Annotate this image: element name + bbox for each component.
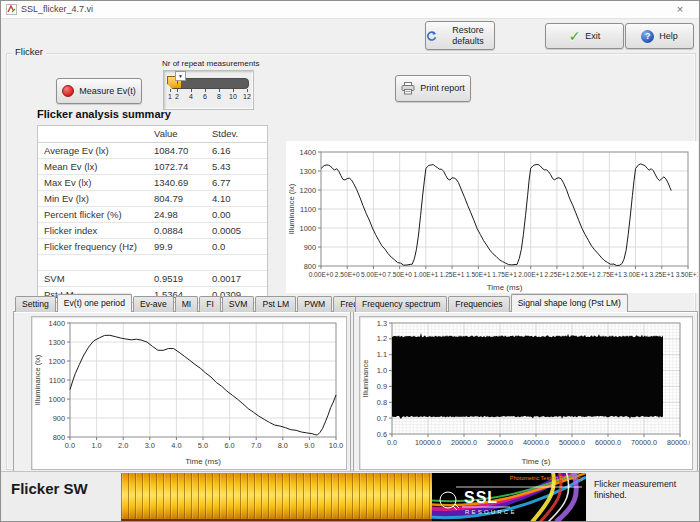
svg-text:50000.0: 50000.0: [559, 438, 585, 447]
summary-metric: Average Ev (lx): [38, 143, 154, 158]
summary-value: 1084.70: [154, 143, 212, 158]
svg-text:Illuminance: Illuminance: [361, 360, 370, 398]
tab-signal-shape-long-pst-lm[interactable]: Signal shape long (Pst LM): [511, 294, 628, 312]
summary-value: 6.16: [212, 143, 261, 158]
logo-subtitle: RESOURCE: [465, 509, 517, 515]
slider-tick-label: 8: [217, 93, 221, 100]
svg-text:20000.0: 20000.0: [451, 438, 477, 447]
tab-svm[interactable]: SVM: [222, 296, 255, 312]
svg-text:2.25E+1: 2.25E+1: [545, 271, 570, 278]
print-report-button[interactable]: Print report: [395, 75, 471, 102]
tab-ev-t-one-period[interactable]: Ev(t) one period: [57, 294, 132, 312]
svg-text:60000.0: 60000.0: [595, 438, 621, 447]
svg-text:3.0: 3.0: [145, 441, 155, 450]
restore-defaults-button[interactable]: Restore defaults: [425, 21, 495, 50]
svg-text:1.0: 1.0: [377, 366, 387, 375]
summary-metric: Mean Ev (lx): [38, 159, 154, 174]
measure-evt-button[interactable]: Measure Ev(t): [56, 78, 142, 104]
tab-fi[interactable]: FI: [199, 296, 221, 312]
summary-value: 99.9: [154, 239, 212, 254]
slider-tick: [170, 89, 171, 92]
summary-value: 0.0: [212, 239, 261, 254]
svg-text:0.6: 0.6: [377, 430, 387, 439]
summary-metric: Percent flicker (%): [38, 207, 154, 222]
svg-text:1.75E+1: 1.75E+1: [492, 271, 517, 278]
repeat-measurements-slider[interactable]: ▼ 124681012: [163, 70, 254, 110]
summary-table: ValueStdev.Average Ev (lx)1084.706.16Mea…: [37, 125, 268, 303]
banner-stripes-image: [121, 473, 432, 522]
svg-text:Time (ms): Time (ms): [487, 283, 523, 292]
svg-text:2.75E+1: 2.75E+1: [597, 271, 622, 278]
summary-value: 24.98: [154, 207, 212, 222]
tab-ev-ave[interactable]: Ev-ave: [133, 296, 174, 312]
exit-button[interactable]: ✓ Exit: [545, 23, 624, 49]
svg-text:1.3: 1.3: [377, 319, 387, 328]
svg-text:Time (s): Time (s): [521, 457, 550, 466]
slider-tick-label: 1: [168, 93, 172, 100]
summary-column-header: Stdev.: [212, 126, 261, 142]
restore-defaults-label: Restore defaults: [442, 25, 494, 46]
svg-text:1100: 1100: [49, 376, 65, 385]
one-period-chart-panel: 0.01.02.03.04.05.06.07.08.09.010.0800900…: [31, 316, 347, 470]
print-report-label: Print report: [420, 83, 465, 93]
svg-text:1200: 1200: [300, 186, 316, 195]
tab-pwm[interactable]: PWM: [297, 296, 332, 312]
svg-text:5.00E+0: 5.00E+0: [361, 271, 386, 278]
summary-row: Max Ev (lx)1340.696.77: [38, 175, 267, 191]
exit-label: Exit: [585, 31, 600, 41]
title-bar: SSL_flicker_4.7.vi ×: [1, 1, 699, 19]
summary-value: 0.0884: [154, 223, 212, 238]
svg-text:Illuminance (lx): Illuminance (lx): [33, 354, 42, 405]
tab-setting[interactable]: Setting: [15, 296, 56, 312]
svg-text:1200: 1200: [49, 357, 65, 366]
svg-text:6.0: 6.0: [224, 441, 234, 450]
summary-value: 0.0005: [212, 223, 261, 238]
svg-text:1000: 1000: [49, 395, 65, 404]
check-icon: ✓: [569, 28, 581, 44]
tab-mi[interactable]: MI: [175, 296, 199, 312]
one-period-chart: 0.01.02.03.04.05.06.07.08.09.010.0800900…: [32, 317, 344, 467]
summary-metric: [38, 255, 154, 270]
slider-tick-label: 4: [189, 93, 193, 100]
svg-text:1.1: 1.1: [377, 350, 387, 359]
close-icon[interactable]: ×: [669, 2, 691, 17]
question-icon: ?: [641, 30, 654, 43]
svg-text:Illuminance (lx): Illuminance (lx): [287, 183, 296, 234]
svg-text:0.0: 0.0: [387, 438, 397, 447]
evt-chart: 0.00E+02.50E+05.00E+07.50E+01.00E+11.25E…: [286, 141, 698, 293]
summary-header-row: ValueStdev.: [38, 126, 267, 143]
slider-tick: [191, 89, 192, 92]
svg-text:3.25E+1: 3.25E+1: [649, 271, 674, 278]
tab-frequency-spectrum[interactable]: Frequency spectrum: [355, 296, 447, 312]
slider-tick-label: 6: [203, 93, 207, 100]
svg-text:800: 800: [53, 433, 65, 442]
summary-row: Mean Ev (lx)1072.745.43: [38, 159, 267, 175]
help-button[interactable]: ? Help: [625, 23, 694, 49]
ssl-resource-logo: Photometric Testing Efficiency SSL RESOU…: [432, 473, 586, 522]
svg-text:70000.0: 70000.0: [631, 438, 657, 447]
summary-row: Average Ev (lx)1084.706.16: [38, 143, 267, 159]
summary-value: [212, 255, 261, 270]
svg-text:1.0: 1.0: [91, 441, 101, 450]
summary-row: [38, 255, 267, 271]
signal-long-chart-panel: 0.010000.020000.030000.040000.050000.060…: [359, 316, 693, 470]
slider-value-caret-icon[interactable]: ▼: [175, 71, 186, 81]
svg-text:0.7: 0.7: [377, 414, 387, 423]
summary-value: 804.79: [154, 191, 212, 206]
svg-text:1400: 1400: [49, 319, 65, 328]
svg-text:5.0: 5.0: [198, 441, 208, 450]
summary-metric: SVM: [38, 271, 154, 286]
slider-tick-label: 2: [175, 93, 179, 100]
red-led-icon: [62, 85, 74, 97]
tab-pst-lm[interactable]: Pst LM: [255, 296, 296, 312]
slider-tick: [233, 89, 234, 92]
left-tab-bar: SettingEv(t) one periodEv-aveMIFISVMPst …: [15, 295, 368, 312]
summary-metric: Max Ev (lx): [38, 175, 154, 190]
tab-frequencies[interactable]: Frequencies: [448, 296, 509, 312]
svg-text:1000: 1000: [300, 224, 316, 233]
printer-icon: [401, 82, 415, 95]
svg-text:10.0: 10.0: [329, 441, 343, 450]
svg-text:1300: 1300: [49, 338, 65, 347]
slider-tick-scale: 124681012: [170, 89, 247, 107]
svg-text:9.0: 9.0: [304, 441, 314, 450]
